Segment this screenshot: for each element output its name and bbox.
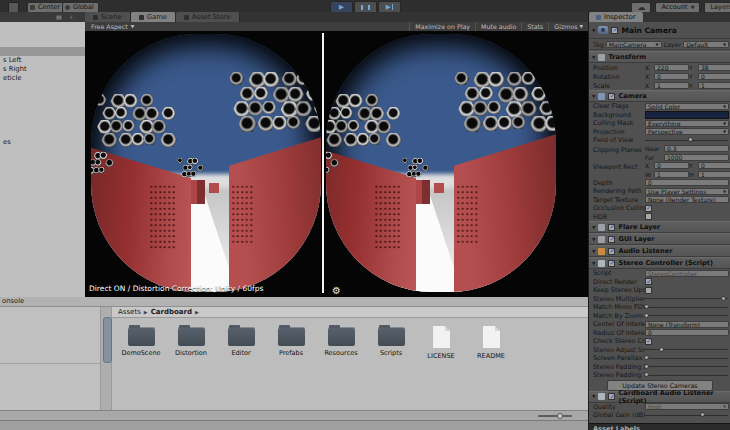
value-field[interactable]: 0	[698, 73, 730, 80]
foldout-icon[interactable]: ▼	[592, 261, 595, 266]
color-swatch[interactable]	[645, 111, 729, 119]
pivot-center-button[interactable]: Center	[27, 2, 65, 13]
checkbox[interactable]	[645, 278, 652, 285]
layers-button[interactable]: Layers	[704, 2, 730, 13]
slider-knob[interactable]	[721, 296, 726, 301]
enable-checkbox[interactable]	[608, 236, 615, 243]
slider-knob[interactable]	[700, 412, 705, 417]
value-field[interactable]: Use Player Settings▼	[645, 188, 729, 195]
checkbox[interactable]	[645, 213, 652, 220]
project-item[interactable]: LICENSE	[416, 323, 466, 360]
foldout-icon[interactable]: ▼	[592, 28, 595, 33]
value-field[interactable]: 1	[654, 171, 689, 178]
project-item[interactable]: DemoScene	[116, 323, 166, 360]
list-icon[interactable]: ▤	[56, 14, 62, 20]
project-item[interactable]: Editor	[216, 323, 266, 360]
project-folder-tree[interactable]	[0, 307, 101, 410]
tab-console[interactable]: onsole	[2, 297, 24, 306]
slider-knob[interactable]	[644, 304, 649, 309]
component-header[interactable]: ▼Stereo Controller (Script)	[589, 257, 730, 269]
foldout-icon[interactable]: ▼	[592, 237, 595, 242]
slider-knob[interactable]	[557, 413, 563, 419]
slider-track[interactable]	[645, 298, 728, 299]
foldout-icon[interactable]: ▼	[592, 225, 595, 230]
value-field[interactable]: 0	[645, 329, 729, 336]
value-field[interactable]: 0	[645, 179, 729, 186]
tag-dropdown[interactable]: MainCamera ▼	[606, 41, 662, 48]
value-field[interactable]: 0.3	[664, 145, 729, 152]
value-field[interactable]: StereoController	[645, 270, 729, 277]
create-menu-icon[interactable]: ＋	[68, 14, 74, 20]
slider-knob[interactable]	[644, 372, 649, 377]
hierarchy-item[interactable]: s Right	[0, 65, 85, 74]
slider-track[interactable]	[645, 366, 728, 367]
checkbox[interactable]	[645, 287, 652, 294]
value-field[interactable]: 38	[698, 64, 730, 71]
enable-checkbox[interactable]	[608, 93, 615, 100]
value-field[interactable]: None (Render Texture)	[645, 196, 729, 203]
value-field[interactable]: 1	[654, 82, 689, 89]
global-axis-button[interactable]: Global	[62, 2, 99, 13]
breadcrumb-assets[interactable]: Assets	[118, 308, 141, 316]
rect-tool-button[interactable]	[8, 2, 19, 13]
value-field[interactable]: 0	[698, 162, 730, 169]
active-checkbox[interactable]	[611, 27, 618, 34]
value-field[interactable]: 1	[698, 171, 730, 178]
value-field[interactable]: 0	[654, 73, 689, 80]
project-item[interactable]: README	[466, 323, 516, 360]
slider-track[interactable]	[645, 307, 728, 308]
project-item[interactable]: Resources	[316, 323, 366, 360]
hierarchy-item[interactable]: s Left	[0, 56, 85, 65]
slider-track[interactable]	[645, 140, 728, 141]
aspect-dropdown[interactable]: Free Aspect ▼	[91, 23, 134, 30]
value-field[interactable]: Solid Color▼	[645, 103, 729, 110]
slider-knob[interactable]	[644, 355, 649, 360]
value-field[interactable]: Everything▼	[645, 120, 729, 127]
component-header[interactable]: ▼Camera	[589, 90, 730, 102]
enable-checkbox[interactable]	[608, 260, 615, 267]
component-header[interactable]: ▼Transform	[589, 51, 730, 63]
value-field[interactable]: Perspective▼	[645, 128, 729, 135]
foldout-icon[interactable]: ▼	[592, 55, 595, 60]
cloud-services-button[interactable]: ☁	[631, 2, 651, 13]
project-tree-scrollbar[interactable]	[101, 307, 112, 410]
mute-audio-toggle[interactable]: Mute audio	[475, 22, 521, 31]
gear-icon[interactable]: ⚙	[332, 286, 341, 296]
checkbox[interactable]	[645, 338, 652, 345]
hierarchy-item[interactable]: eticle	[0, 74, 85, 83]
hierarchy-item[interactable]: es	[0, 138, 85, 147]
component-header[interactable]: ▼Cardboard Audio Listener (Script)	[589, 391, 730, 403]
maximize-on-play-toggle[interactable]: Maximize on Play	[409, 22, 475, 31]
icon-size-slider[interactable]	[538, 415, 572, 417]
component-header[interactable]: ▼Flare Layer	[589, 221, 730, 233]
project-item[interactable]: Prefabs	[266, 323, 316, 360]
value-field[interactable]: None (Transform)	[645, 321, 729, 328]
slider-track[interactable]	[645, 315, 728, 316]
account-button[interactable]: Account ▼	[655, 2, 700, 13]
enable-checkbox[interactable]	[608, 224, 615, 231]
component-header[interactable]: ▼GUI Layer	[589, 233, 730, 245]
tab-inspector[interactable]: Inspector	[589, 12, 643, 22]
project-item[interactable]: Distortion	[166, 323, 216, 360]
project-item[interactable]: Scripts	[366, 323, 416, 360]
slider-knob[interactable]	[644, 313, 649, 318]
slider-track[interactable]	[645, 358, 728, 359]
slider-track[interactable]	[645, 375, 728, 376]
slider-track[interactable]	[645, 349, 728, 350]
breadcrumb-cardboard[interactable]: Cardboard	[151, 308, 192, 316]
slider-track[interactable]	[645, 415, 728, 416]
slider-knob[interactable]	[644, 364, 649, 369]
foldout-icon[interactable]: ▼	[592, 94, 595, 99]
value-field[interactable]: 220	[654, 64, 689, 71]
tab-scene[interactable]: Scene	[85, 12, 131, 22]
hierarchy-item[interactable]	[0, 47, 85, 56]
stats-toggle[interactable]: Stats	[521, 22, 548, 31]
component-header[interactable]: ▼Audio Listener	[589, 245, 730, 257]
scrollbar-thumb[interactable]	[103, 317, 112, 363]
checkbox[interactable]	[645, 205, 652, 212]
value-field[interactable]: 1000	[664, 154, 729, 161]
value-field[interactable]: 1	[698, 82, 730, 89]
foldout-icon[interactable]: ▼	[592, 249, 595, 254]
tab-game[interactable]: Game	[131, 12, 176, 22]
slider-knob[interactable]	[688, 137, 693, 142]
